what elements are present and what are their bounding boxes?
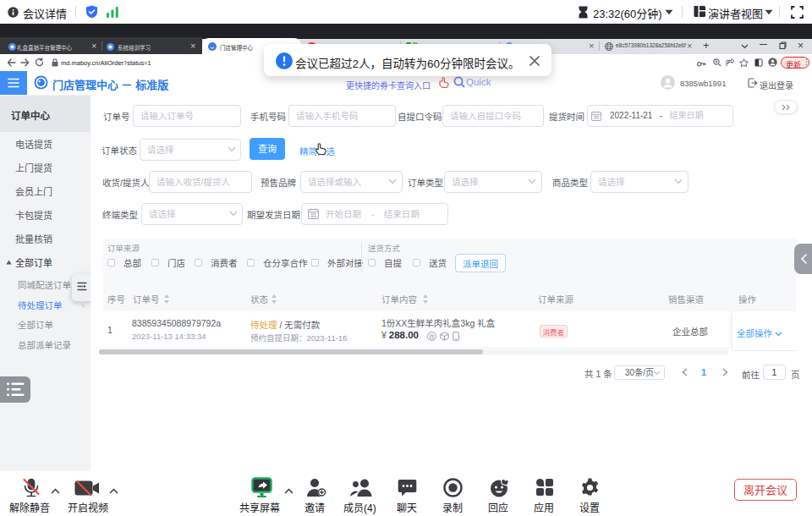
svg-text:微: 微 xyxy=(429,333,434,340)
